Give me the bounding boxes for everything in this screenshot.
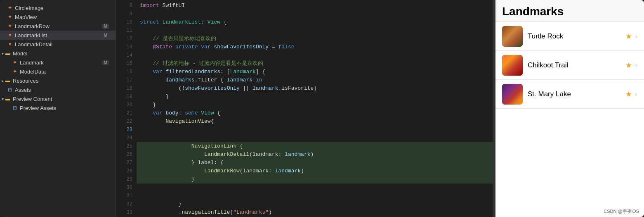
sidebar-label: Assets (15, 87, 31, 93)
swift-file-icon: ✦ (7, 14, 13, 20)
sidebar-label: LandmarkRow (15, 23, 50, 29)
line-numbers: 89101112 1314151617 1819202122 23242526 … (116, 0, 137, 217)
sidebar-label: Preview Assets (20, 105, 56, 111)
sidebar-item-circle-image[interactable]: ✦ CircleImage (0, 3, 116, 12)
code-line: LandmarkDetail(landmark: landmark) (137, 150, 493, 159)
folder-icon: ⊟ (12, 105, 18, 111)
swift-file-icon: ✦ (7, 23, 13, 29)
list-item[interactable]: Turtle Rock ★ › (495, 22, 644, 51)
mary-lake-thumbnail (502, 84, 523, 105)
sidebar-item-model-data[interactable]: ✦ ModelData (0, 67, 116, 76)
folder-icon: ▬ (5, 50, 11, 57)
sidebar-label: ModelData (20, 69, 46, 75)
swift-file-icon: ✦ (12, 68, 18, 75)
code-line: // 是否只显示标记喜欢的 (137, 35, 493, 43)
favorite-star-icon: ★ (625, 32, 632, 41)
ios-nav-bar: Landmarks (495, 0, 644, 22)
chevron-right-icon: › (635, 33, 637, 40)
folder-icon: ▬ (5, 77, 11, 84)
list-item[interactable]: St. Mary Lake ★ › (495, 80, 644, 109)
sidebar-item-map-view[interactable]: ✦ MapView (0, 12, 116, 21)
turtle-rock-thumbnail (502, 26, 523, 47)
code-area: 89101112 1314151617 1819202122 23242526 … (116, 0, 493, 217)
code-line (137, 51, 493, 60)
code-line (137, 10, 493, 18)
code-line: var body: some View { (137, 109, 493, 117)
sidebar-item-preview-assets[interactable]: ⊟ Preview Assets (0, 103, 116, 112)
sidebar-label: Landmark (20, 60, 44, 66)
file-navigator: ✦ CircleImage ✦ MapView ✦ LandmarkRow M … (0, 0, 116, 217)
code-line (137, 184, 493, 192)
code-line: .navigationTitle("Landmarks") (137, 208, 493, 217)
code-line: struct LandmarkList: View { (137, 18, 493, 26)
sidebar-item-landmark-list[interactable]: ✦ LandmarkList M (0, 31, 116, 40)
code-line: (!showFavoritesOnly || landmark.isFavori… (137, 84, 493, 93)
code-line: } (137, 175, 493, 184)
code-line (137, 134, 493, 142)
code-line (137, 26, 493, 35)
swift-file-icon: ✦ (7, 5, 13, 11)
code-line: } (137, 200, 493, 208)
favorite-star-icon: ★ (625, 90, 632, 99)
code-line: } label: { (137, 159, 493, 167)
sidebar-label: LandmarkList (15, 32, 47, 38)
code-line: NavigationView{ (137, 117, 493, 126)
landmark-actions: ★ › (625, 61, 637, 70)
sidebar-label: MapView (15, 14, 37, 20)
sidebar-item-landmark[interactable]: ✦ Landmark M (0, 58, 116, 67)
ios-device-preview: Landmarks Turtle Rock ★ › Chilkoot Trail… (495, 0, 644, 217)
sidebar-item-assets[interactable]: ⊟ Assets (0, 85, 116, 94)
code-lines: import SwiftUI struct LandmarkList: View… (137, 0, 493, 217)
landmark-name: Turtle Rock (528, 32, 625, 41)
landmark-name: Chilkoot Trail (528, 61, 625, 69)
modified-badge: M (102, 33, 109, 38)
sidebar-item-preview-content[interactable]: ▾ ▬ Preview Content (0, 94, 116, 103)
code-line: } (137, 93, 493, 101)
code-line: // 过滤的地标 - 过滤内容是看是不是喜欢的 (137, 60, 493, 68)
sidebar-item-resources[interactable]: ▸ ▬ Resources (0, 76, 116, 85)
sidebar-label: Resources (13, 78, 38, 84)
favorite-star-icon: ★ (625, 61, 632, 70)
folder-icon: ▬ (5, 95, 11, 102)
sidebar-label: Model (13, 50, 27, 57)
watermark: CSDN @宇夜iOS (604, 208, 639, 215)
ios-landmarks-list: Turtle Rock ★ › Chilkoot Trail ★ › St. M… (495, 22, 644, 217)
preview-panel: Landmarks Turtle Rock ★ › Chilkoot Trail… (495, 0, 644, 217)
modified-badge: M (102, 60, 109, 65)
code-line: LandmarkRow(landmark: landmark) (137, 167, 493, 175)
chilkoot-thumbnail (502, 55, 523, 76)
swift-file-icon: ✦ (7, 32, 13, 38)
code-line: } (137, 101, 493, 109)
sidebar-label: LandmarkDetail (15, 41, 52, 48)
landmark-name: St. Mary Lake (528, 90, 625, 98)
landmarks-title: Landmarks (502, 5, 637, 18)
chevron-right-icon: › (635, 91, 637, 98)
code-editor[interactable]: 89101112 1314151617 1819202122 23242526 … (116, 0, 493, 217)
code-line: landmarks.filter { landmark in (137, 76, 493, 84)
code-line (137, 192, 493, 200)
code-line: var filteredLandmarks: [Landmark] { (137, 68, 493, 76)
landmark-actions: ★ › (625, 90, 637, 99)
code-line: List(filteredLandmarks) { landmark in (137, 126, 493, 134)
sidebar-label: Preview Content (13, 96, 52, 102)
landmark-actions: ★ › (625, 32, 637, 41)
sidebar-item-landmark-row[interactable]: ✦ LandmarkRow M (0, 21, 116, 31)
swift-file-icon: ✦ (7, 41, 13, 48)
sidebar-item-landmark-detail[interactable]: ✦ LandmarkDetail (0, 40, 116, 49)
modified-badge: M (102, 24, 109, 29)
sidebar-label: CircleImage (15, 5, 43, 11)
folder-icon: ⊟ (7, 86, 13, 93)
code-line: @State private var showFavoritesOnly = f… (137, 43, 493, 51)
swift-file-icon: ✦ (12, 59, 18, 66)
code-line: import SwiftUI (137, 2, 493, 10)
list-item[interactable]: Chilkoot Trail ★ › (495, 51, 644, 80)
sidebar-item-model[interactable]: ▾ ▬ Model (0, 49, 116, 58)
chevron-right-icon: › (635, 62, 637, 69)
code-line: NavigationLink { (137, 142, 493, 150)
